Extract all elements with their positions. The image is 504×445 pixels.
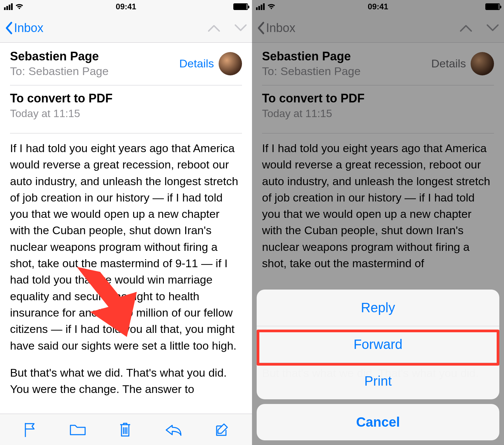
trash-button[interactable] <box>118 421 132 438</box>
details-button[interactable]: Details <box>179 57 214 70</box>
mail-body[interactable]: If I had told you eight years ago that A… <box>0 133 252 414</box>
action-sheet-cancel-group: Cancel <box>257 404 499 440</box>
status-bar: 09:41 <box>0 0 252 13</box>
action-sheet-group: Reply Forward Print <box>257 290 499 399</box>
chevron-left-icon <box>5 21 13 35</box>
cancel-action[interactable]: Cancel <box>257 404 499 440</box>
action-sheet: Reply Forward Print Cancel <box>257 290 499 440</box>
avatar[interactable] <box>219 52 242 75</box>
print-action[interactable]: Print <box>257 363 499 399</box>
from-name[interactable]: Sebastien Page <box>10 49 179 63</box>
subject: To convert to PDF <box>10 91 242 105</box>
to-label: To: <box>10 65 25 78</box>
previous-message-button[interactable] <box>207 24 221 32</box>
phone-left: 09:41 Inbox Sebastien Page To: <box>0 0 252 445</box>
battery-icon <box>233 3 248 10</box>
move-button[interactable] <box>69 423 86 437</box>
mail-header: Sebastien Page To: Sebastien Page Detail… <box>0 43 252 133</box>
phone-right: 09:41 Inbox Sebastien Page To: <box>252 0 504 445</box>
to-name[interactable]: Sebastien Page <box>28 65 108 78</box>
back-label: Inbox <box>14 21 43 35</box>
compose-button[interactable] <box>214 422 229 437</box>
cellular-signal-icon <box>4 3 13 10</box>
next-message-button[interactable] <box>234 24 247 32</box>
toolbar <box>0 414 252 445</box>
status-time: 09:41 <box>116 2 136 11</box>
flag-button[interactable] <box>23 422 37 438</box>
body-paragraph: But that's what we did. That's what you … <box>10 365 242 398</box>
nav-bar: Inbox <box>0 13 252 43</box>
wifi-icon <box>15 3 24 10</box>
forward-action[interactable]: Forward <box>257 326 499 363</box>
reply-button[interactable] <box>164 423 182 437</box>
date: Today at 11:15 <box>10 107 242 120</box>
body-paragraph: If I had told you eight years ago that A… <box>10 140 242 354</box>
back-button[interactable]: Inbox <box>5 21 43 35</box>
reply-action[interactable]: Reply <box>257 290 499 326</box>
